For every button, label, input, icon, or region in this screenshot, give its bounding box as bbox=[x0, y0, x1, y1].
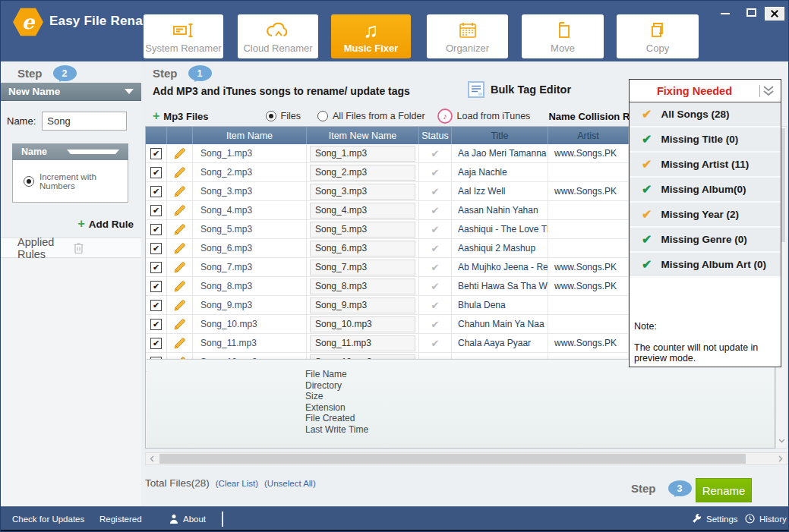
column-header-title[interactable]: Title bbox=[452, 127, 548, 144]
status-check-icon bbox=[419, 220, 452, 239]
column-header-item-new-name[interactable]: Item New Name bbox=[307, 127, 419, 144]
item-new-name-cell[interactable]: Song_5.mp3 bbox=[307, 220, 419, 239]
column-header-checkbox[interactable] bbox=[146, 127, 167, 144]
separator bbox=[759, 85, 760, 97]
row-checkbox[interactable] bbox=[150, 262, 162, 273]
edit-button[interactable] bbox=[167, 182, 193, 201]
item-new-name-cell[interactable]: Song_8.mp3 bbox=[307, 277, 419, 296]
title-cell: Ab Mujhko Jeena - Remix bbox=[452, 258, 548, 277]
fixing-item[interactable]: ✔All Songs (28) bbox=[630, 102, 781, 127]
fixing-item[interactable]: ✔Missing Title (0) bbox=[630, 127, 781, 153]
bulk-tag-editor-button[interactable]: Bulk Tag Editor bbox=[468, 81, 571, 98]
item-new-name-cell[interactable]: Song_6.mp3 bbox=[307, 239, 419, 258]
title-cell: Bhula Dena bbox=[452, 296, 548, 315]
add-mp3-files-button[interactable]: + Mp3 Files bbox=[153, 109, 209, 123]
field-menu-item[interactable]: File Created bbox=[305, 413, 775, 424]
pencil-icon bbox=[173, 223, 186, 236]
fixing-item[interactable]: ✔Missing Album Art (0) bbox=[630, 253, 781, 278]
field-menu-item[interactable]: Directory bbox=[305, 380, 775, 392]
item-new-name-cell[interactable]: Song_11.mp3 bbox=[307, 334, 419, 353]
check-for-updates-link[interactable]: Check for Updates bbox=[12, 507, 84, 530]
pencil-icon bbox=[173, 299, 186, 312]
row-checkbox[interactable] bbox=[150, 338, 162, 349]
rename-button[interactable]: Rename bbox=[696, 478, 752, 502]
edit-button[interactable] bbox=[167, 201, 193, 220]
row-checkbox[interactable] bbox=[150, 300, 162, 311]
edit-button[interactable] bbox=[167, 315, 193, 334]
edit-button[interactable] bbox=[167, 258, 193, 277]
fixing-needed-list: ✔All Songs (28)✔Missing Title (0)✔Missin… bbox=[630, 102, 781, 278]
scroll-left-arrow-icon[interactable] bbox=[146, 453, 158, 464]
tab-copy[interactable]: Copy bbox=[617, 14, 699, 58]
tab-label: Move bbox=[551, 42, 575, 54]
item-new-name-cell[interactable]: Song_1.mp3 bbox=[307, 144, 419, 163]
column-header-artist[interactable]: Artist bbox=[548, 127, 629, 144]
close-button[interactable] bbox=[765, 7, 784, 20]
row-checkbox[interactable] bbox=[150, 186, 162, 197]
increment-with-numbers-radio[interactable] bbox=[24, 176, 34, 187]
scroll-down-arrow-icon[interactable] bbox=[776, 436, 787, 446]
plus-icon: + bbox=[77, 217, 84, 231]
about-button[interactable]: About bbox=[169, 507, 206, 530]
item-new-name-cell[interactable]: Song_10.mp3 bbox=[307, 315, 419, 334]
table-horizontal-scrollbar[interactable] bbox=[145, 452, 787, 465]
row-checkbox[interactable] bbox=[150, 205, 162, 216]
note-text: The counter will not update in preview m… bbox=[634, 342, 776, 364]
column-header-status[interactable]: Status bbox=[419, 127, 452, 144]
column-header-edit[interactable] bbox=[167, 127, 193, 144]
fixing-item[interactable]: ✔Missing Genre (0) bbox=[630, 228, 781, 253]
column-header-item-name[interactable]: Item Name bbox=[193, 127, 307, 144]
name-rule-dropdown[interactable]: Name bbox=[12, 143, 128, 160]
field-menu-item[interactable]: Size bbox=[305, 391, 775, 402]
row-checkbox[interactable] bbox=[150, 148, 162, 159]
horizontal-scrollbar-thumb[interactable] bbox=[159, 454, 746, 464]
settings-button[interactable]: Settings bbox=[692, 507, 738, 530]
row-checkbox[interactable] bbox=[150, 167, 162, 178]
title-cell: Aa Jao Meri Tamanna bbox=[452, 144, 548, 163]
item-new-name-cell[interactable]: Song_9.mp3 bbox=[307, 296, 419, 315]
collapse-panel-button[interactable] bbox=[759, 85, 775, 97]
tab-cloud-renamer[interactable]: Cloud Renamer bbox=[238, 14, 318, 58]
item-new-name-cell[interactable]: Song_4.mp3 bbox=[307, 201, 419, 220]
fixing-item[interactable]: ✔Missing Album(0) bbox=[630, 178, 781, 203]
fixing-item[interactable]: ✔Missing Artist (11) bbox=[630, 153, 781, 178]
minimize-button[interactable] bbox=[721, 7, 730, 14]
history-button[interactable]: History bbox=[745, 507, 787, 530]
row-checkbox[interactable] bbox=[150, 281, 162, 292]
item-new-name-cell[interactable]: Song_3.mp3 bbox=[307, 182, 419, 201]
maximize-button[interactable] bbox=[746, 7, 756, 17]
row-checkbox[interactable] bbox=[150, 319, 162, 330]
field-menu-item[interactable]: Extension bbox=[305, 402, 775, 414]
add-rule-button[interactable]: + Add Rule bbox=[77, 217, 134, 231]
tab-organizer[interactable]: Organizer bbox=[427, 14, 508, 58]
field-menu-item[interactable]: File Name bbox=[305, 369, 775, 380]
row-checkbox[interactable] bbox=[150, 224, 162, 235]
edit-button[interactable] bbox=[167, 163, 193, 182]
edit-button[interactable] bbox=[167, 296, 193, 315]
edit-button[interactable] bbox=[167, 144, 193, 163]
load-from-itunes-button[interactable]: ♪ Load from iTunes bbox=[437, 109, 531, 124]
tab-move[interactable]: Move bbox=[522, 14, 604, 58]
clear-list-link[interactable]: (Clear List) bbox=[216, 479, 258, 488]
tab-music-fixer[interactable]: ♫ Music Fixer bbox=[331, 14, 411, 58]
row-checkbox[interactable] bbox=[150, 243, 162, 254]
new-name-dropdown[interactable]: New Name bbox=[1, 83, 141, 101]
wrench-icon bbox=[692, 514, 702, 524]
item-name-cell: Song_1.mp3 bbox=[193, 144, 307, 163]
trash-icon[interactable] bbox=[73, 241, 128, 254]
fixing-item[interactable]: ✔Missing Year (2) bbox=[630, 203, 781, 228]
unselect-all-link[interactable]: (Unselect All) bbox=[264, 479, 316, 488]
all-files-folder-radio[interactable] bbox=[317, 111, 328, 121]
edit-button[interactable] bbox=[167, 334, 193, 353]
edit-button[interactable] bbox=[167, 220, 193, 239]
tab-system-renamer[interactable]: System Renamer bbox=[144, 14, 223, 58]
field-menu-item[interactable]: Last Write Time bbox=[305, 424, 775, 436]
files-radio[interactable] bbox=[266, 111, 276, 121]
app-window: e Easy File Renamer System Renamer Cloud… bbox=[0, 0, 789, 532]
edit-button[interactable] bbox=[167, 239, 193, 258]
scroll-right-arrow-icon[interactable] bbox=[775, 453, 787, 464]
name-input[interactable] bbox=[42, 112, 127, 131]
item-new-name-cell[interactable]: Song_2.mp3 bbox=[307, 163, 419, 182]
item-new-name-cell[interactable]: Song_7.mp3 bbox=[307, 258, 419, 277]
edit-button[interactable] bbox=[167, 277, 193, 296]
